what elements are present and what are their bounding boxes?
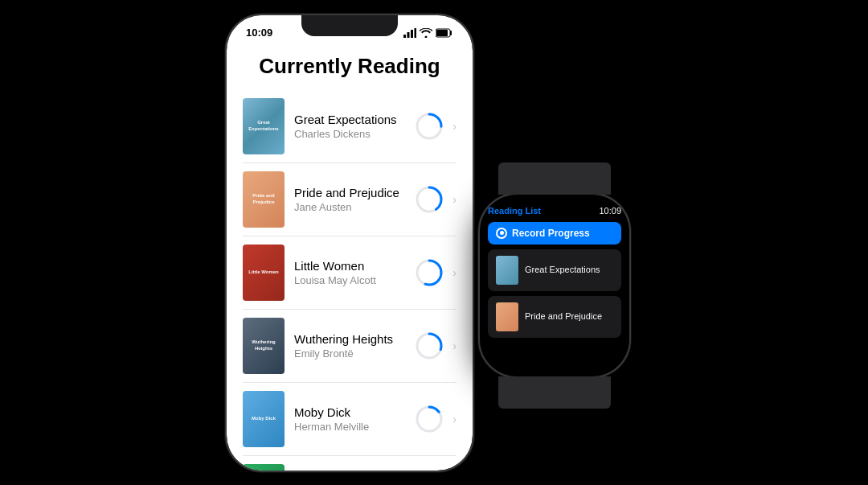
- progress-circle-little-women: [416, 259, 443, 286]
- book-info-wuthering: Wuthering Heights Emily Brontë: [294, 332, 406, 360]
- watch-book-item-pride-w[interactable]: Pride and Prejudice: [488, 296, 621, 338]
- watch-time: 10:09: [599, 206, 621, 216]
- battery-icon: [436, 28, 453, 38]
- cover-inner: Moby Dick: [243, 391, 285, 447]
- watch-status-bar: Reading List 10:09: [488, 206, 621, 216]
- chevron-icon-pride: ›: [452, 193, 457, 206]
- svg-rect-2: [411, 30, 413, 38]
- book-author-moby: Herman Melville: [294, 421, 406, 433]
- svg-rect-3: [415, 28, 417, 38]
- cover-inner: Pride and Prejudice: [243, 171, 285, 228]
- watch-app-title: Reading List: [488, 206, 541, 216]
- chevron-icon-wuthering: ›: [452, 339, 457, 352]
- watch-book-title-pride-w: Pride and Prejudice: [525, 310, 602, 322]
- progress-circle-great-exp: [416, 113, 443, 140]
- book-item-pride[interactable]: Pride and Prejudice Pride and Prejudice …: [243, 163, 457, 236]
- book-item-wuthering[interactable]: Wuthering Heights Wuthering Heights Emil…: [243, 310, 457, 383]
- wifi-icon: [420, 28, 432, 38]
- status-icons: [403, 28, 453, 38]
- progress-circle-moby: [416, 405, 443, 433]
- record-icon: [496, 228, 507, 239]
- signal-icon: [403, 28, 416, 38]
- watch-body: Reading List 10:09 Record Progress Great…: [478, 193, 631, 378]
- book-author-wuthering: Emily Brontë: [294, 347, 406, 360]
- book-cover-little-women: Little Women: [243, 245, 285, 301]
- svg-rect-0: [403, 35, 406, 38]
- book-title-wuthering: Wuthering Heights: [294, 332, 406, 346]
- book-title-pride: Pride and Prejudice: [294, 186, 406, 199]
- book-info-little-women: Little Women Louisa May Alcott: [294, 259, 406, 286]
- watch-device: Reading List 10:09 Record Progress Great…: [466, 162, 643, 388]
- book-cover-great-exp: Great Expectations: [243, 98, 285, 154]
- svg-rect-5: [436, 30, 448, 36]
- watch-band-top: [498, 162, 611, 195]
- chevron-icon-little-women: ›: [452, 266, 457, 279]
- book-info-moby: Moby Dick Herman Melville: [294, 405, 406, 433]
- cover-label: Moby Dick: [252, 416, 276, 421]
- status-time: 10:09: [246, 27, 272, 39]
- record-progress-button[interactable]: Record Progress: [488, 222, 621, 245]
- watch-cover-pride-w: [496, 302, 518, 331]
- watch-book-title-great-exp-w: Great Expectations: [525, 264, 600, 275]
- book-cover-pride: Pride and Prejudice: [243, 171, 285, 228]
- book-item-little-women[interactable]: Little Women Little Women Louisa May Alc…: [243, 236, 457, 310]
- chevron-icon-great-exp: ›: [452, 120, 457, 133]
- iphone-notch: [301, 15, 398, 36]
- watch-book-list: Great Expectations Pride and Prejudice: [488, 249, 621, 338]
- watch-band-bottom: [498, 376, 611, 409]
- book-title-great-exp: Great Expectations: [294, 113, 406, 126]
- progress-circle-wuthering: [416, 332, 443, 360]
- record-progress-label: Record Progress: [512, 228, 590, 239]
- cover-label: Little Women: [248, 269, 279, 275]
- cover-label: Wuthering Heights: [246, 339, 281, 351]
- book-cover-anne: Anne of Green Gables: [243, 464, 285, 471]
- iphone-screen: 10:09: [227, 15, 473, 471]
- iphone-device: 10:09: [225, 14, 474, 472]
- cover-label: Great Expectations: [246, 120, 281, 131]
- book-list: Great Expectations Great Expectations Ch…: [243, 90, 457, 471]
- book-author-pride: Jane Austen: [294, 201, 406, 213]
- watch-cover-great-exp-w: [496, 256, 518, 285]
- book-title-little-women: Little Women: [294, 259, 406, 273]
- book-cover-wuthering: Wuthering Heights: [243, 318, 285, 374]
- cover-label: Pride and Prejudice: [246, 193, 281, 204]
- page-title: Currently Reading: [243, 54, 457, 79]
- book-author-little-women: Louisa May Alcott: [294, 274, 406, 286]
- cover-inner: Little Women: [243, 245, 285, 301]
- cover-inner: Wuthering Heights: [243, 318, 285, 374]
- book-author-great-exp: Charles Dickens: [294, 128, 406, 140]
- iphone-content: Currently Reading Great Expectations Gre…: [227, 46, 473, 471]
- svg-rect-1: [407, 32, 410, 38]
- book-info-pride: Pride and Prejudice Jane Austen: [294, 186, 406, 213]
- book-item-great-exp[interactable]: Great Expectations Great Expectations Ch…: [243, 90, 457, 163]
- book-cover-moby: Moby Dick: [243, 391, 285, 447]
- book-info-great-exp: Great Expectations Charles Dickens: [294, 113, 406, 140]
- book-title-moby: Moby Dick: [294, 405, 406, 419]
- book-item-anne[interactable]: Anne of Green Gables Anne of Green Gable…: [243, 456, 457, 471]
- book-item-moby[interactable]: Moby Dick Moby Dick Herman Melville ›: [243, 383, 457, 456]
- cover-inner: Anne of Green Gables: [243, 464, 285, 471]
- scene: 10:09: [0, 0, 868, 485]
- cover-inner: Great Expectations: [243, 98, 285, 154]
- chevron-icon-moby: ›: [452, 413, 457, 425]
- watch-book-item-great-exp-w[interactable]: Great Expectations: [488, 249, 621, 291]
- progress-circle-pride: [416, 186, 443, 213]
- watch-screen: Reading List 10:09 Record Progress Great…: [480, 195, 629, 376]
